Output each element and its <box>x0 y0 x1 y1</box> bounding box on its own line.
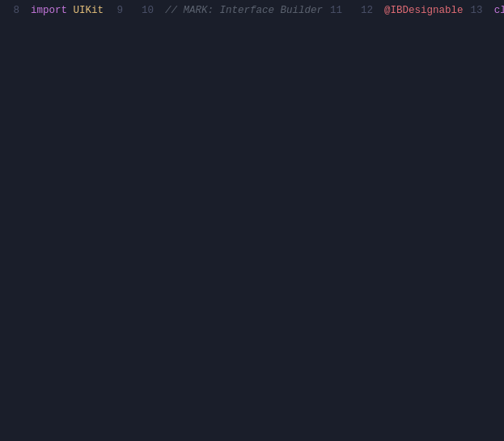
table-row: 8import UIKit <box>0 3 104 19</box>
table-row: 10// MARK: Interface Builder <box>134 3 323 19</box>
table-row: 13class RoundedButton: UIButton { <box>464 3 504 19</box>
line-number: 8 <box>0 3 29 19</box>
table-row: 11 <box>323 3 354 19</box>
code-line: @IBDesignable <box>383 3 464 19</box>
line-number: 11 <box>323 3 352 19</box>
code-line: import UIKit <box>29 3 104 19</box>
line-number: 12 <box>354 3 383 19</box>
token: UIKit <box>74 5 104 16</box>
code-line: class RoundedButton: UIButton { <box>493 3 504 19</box>
token: class <box>494 5 504 16</box>
code-editor: 8import UIKit910// MARK: Interface Build… <box>0 0 504 22</box>
token <box>67 5 74 16</box>
line-number: 13 <box>464 3 493 19</box>
token: import <box>31 5 67 16</box>
line-number: 9 <box>104 3 133 19</box>
token: // MARK: Interface Builder <box>165 5 323 16</box>
table-row: 9 <box>104 3 134 19</box>
table-row: 12@IBDesignable <box>354 3 464 19</box>
line-number: 10 <box>134 3 163 19</box>
code-line: // MARK: Interface Builder <box>163 3 323 19</box>
token: @IBDesignable <box>384 5 464 16</box>
